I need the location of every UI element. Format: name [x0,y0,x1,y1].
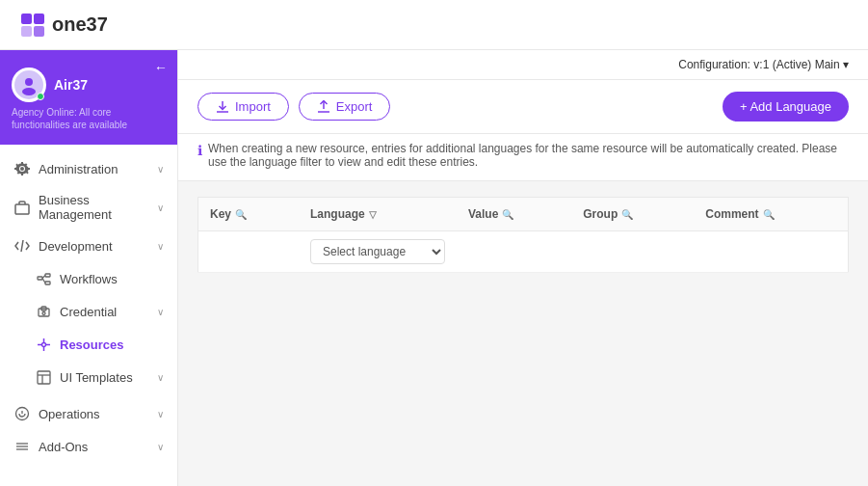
workflow-icon [35,270,52,287]
sidebar-item-ui-templates[interactable]: UI Templates ∨ [0,361,177,393]
chevron-down-icon: ∨ [157,307,164,317]
cell-value [457,231,571,273]
operations-icon [13,405,31,422]
sidebar-collapse-button[interactable]: ← [154,60,168,75]
svg-point-15 [42,311,45,314]
sidebar-label-ui-templates: UI Templates [60,370,149,385]
svg-rect-2 [21,26,32,37]
svg-rect-3 [34,26,44,37]
sidebar-label-business-management: Business Management [39,193,149,222]
search-icon[interactable]: 🔍 [502,209,513,220]
sidebar-item-business-management[interactable]: Business Management ∨ [0,185,177,230]
topbar: one37 [0,0,868,50]
cell-key [198,231,299,273]
col-group-label: Group [583,207,618,221]
toolbar: Import Export + Add Language [178,80,868,134]
search-icon[interactable]: 🔍 [763,209,775,220]
config-label: Configuration: [678,58,750,71]
resources-table: Key 🔍 Language ▽ Value [197,197,849,273]
svg-rect-9 [45,274,50,277]
table-row: Select language [198,231,849,273]
gear-icon [13,160,31,177]
svg-point-16 [41,342,45,346]
logo-text: one37 [52,14,108,36]
search-icon[interactable]: 🔍 [235,209,247,220]
profile-name: Air37 [54,77,88,93]
config-arrow[interactable]: ▾ [843,58,849,71]
chevron-down-icon: ∨ [157,202,164,213]
export-icon [317,100,330,114]
profile-status: Agency Online: All core functionalities … [12,106,166,131]
sidebar-label-resources: Resources [60,338,164,352]
svg-rect-21 [38,371,50,384]
sidebar-label-administration: Administration [39,162,149,176]
svg-line-7 [21,240,23,252]
code-icon [13,237,31,255]
svg-line-12 [42,278,45,283]
info-bar: ℹ When creating a new resource, entries … [178,134,868,181]
sidebar-label-workflows: Workflows [60,272,164,286]
cell-group [571,231,694,273]
chevron-down-icon: ∨ [157,164,164,175]
col-comment-label: Comment [705,207,758,221]
sidebar: ← Air37 Agency Online: All core function… [0,50,178,486]
add-language-label: + Add Language [740,99,831,114]
col-group: Group 🔍 [571,198,694,231]
logo-icon [19,12,46,39]
export-label: Export [336,99,373,114]
chevron-down-icon: ∨ [157,372,164,383]
online-status-dot [37,93,44,100]
info-text: When creating a new resource, entries fo… [208,142,849,169]
svg-rect-1 [34,14,44,24]
table-container: Key 🔍 Language ▽ Value [178,181,868,486]
chevron-down-icon: ∨ [157,409,164,419]
import-button[interactable]: Import [197,93,289,121]
search-icon[interactable]: 🔍 [621,209,633,220]
info-icon: ℹ [197,143,202,158]
main-layout: ← Air37 Agency Online: All core function… [0,50,868,486]
svg-rect-0 [21,14,32,24]
table-header: Key 🔍 Language ▽ Value [198,198,849,231]
sidebar-item-workflows[interactable]: Workflows [0,262,177,295]
col-key-label: Key [210,207,231,221]
col-key: Key 🔍 [198,198,299,231]
config-value: v:1 (Active) Main [753,58,839,71]
sidebar-item-resources[interactable]: Resources [0,328,177,361]
config-bar: Configuration: v:1 (Active) Main ▾ [178,50,868,80]
cell-language: Select language [299,231,457,273]
sidebar-profile: ← Air37 Agency Online: All core function… [0,50,177,145]
export-button[interactable]: Export [299,93,391,121]
chevron-down-icon: ∨ [157,241,164,252]
sidebar-item-administration[interactable]: Administration ∨ [0,152,177,185]
sidebar-item-credential[interactable]: Credential ∨ [0,295,177,328]
logo: one37 [19,12,108,39]
profile-row: Air37 [12,68,166,102]
cell-comment [694,231,848,273]
col-language: Language ▽ [299,198,457,231]
sidebar-label-operations: Operations [39,407,149,421]
sidebar-item-add-ons[interactable]: Add-Ons ∨ [0,430,177,463]
sidebar-label-development: Development [39,239,149,254]
content-area: Configuration: v:1 (Active) Main ▾ Impor… [178,50,868,486]
col-value-label: Value [468,207,498,221]
filter-icon[interactable]: ▽ [369,209,377,220]
credential-icon [35,303,52,320]
sidebar-item-development[interactable]: Development ∨ [0,230,177,262]
briefcase-icon [13,199,31,216]
add-language-button[interactable]: + Add Language [723,92,849,122]
sidebar-label-add-ons: Add-Ons [39,440,149,454]
svg-point-5 [22,88,36,95]
import-icon [216,100,229,114]
col-value: Value 🔍 [457,198,571,231]
language-select[interactable]: Select language [310,239,445,264]
addons-icon [13,438,31,455]
import-label: Import [235,99,271,114]
resources-icon [35,336,52,353]
col-comment: Comment 🔍 [694,198,848,231]
chevron-down-icon: ∨ [157,442,164,452]
sidebar-item-operations[interactable]: Operations ∨ [0,397,177,430]
sidebar-nav: Administration ∨ Business Management ∨ D… [0,145,177,486]
avatar [12,68,46,102]
col-language-label: Language [310,207,365,221]
ui-templates-icon [35,368,52,386]
